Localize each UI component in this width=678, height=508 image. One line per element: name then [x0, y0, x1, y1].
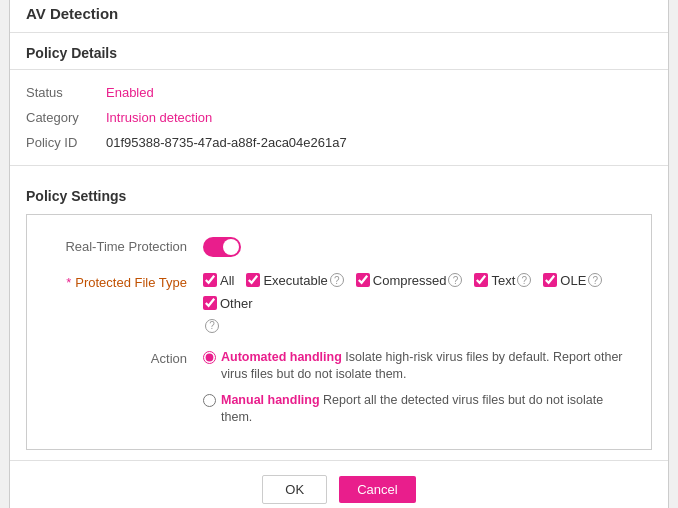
- file-type-label: *Protected File Type: [43, 273, 203, 290]
- radio-manual-text: Manual handling Report all the detected …: [221, 392, 635, 427]
- policy-id-label: Policy ID: [26, 135, 106, 150]
- policy-settings-section: Policy Settings Real-Time Protection *Pr…: [10, 166, 668, 460]
- policy-details-body: Status Enabled Category Intrusion detect…: [10, 70, 668, 166]
- file-type-second-row: ?: [203, 319, 219, 333]
- checkbox-text-input[interactable]: [474, 273, 488, 287]
- radio-automated-text: Automated handling Isolate high-risk vir…: [221, 349, 635, 384]
- real-time-toggle[interactable]: [203, 237, 241, 257]
- checkbox-compressed-input[interactable]: [356, 273, 370, 287]
- checkbox-executable-input[interactable]: [246, 273, 260, 287]
- policy-details-section: Policy Details Status Enabled Category I…: [10, 33, 668, 166]
- policy-settings-title: Policy Settings: [26, 176, 652, 208]
- settings-box: Real-Time Protection *Protected File Typ…: [26, 214, 652, 450]
- checkbox-all-input[interactable]: [203, 273, 217, 287]
- checkbox-compressed-label: Compressed: [373, 273, 447, 288]
- checkbox-other-label: Other: [220, 296, 253, 311]
- category-row: Category Intrusion detection: [26, 105, 652, 130]
- action-content: Automated handling Isolate high-risk vir…: [203, 349, 635, 427]
- required-star: *: [66, 275, 71, 290]
- checkbox-other-input[interactable]: [203, 296, 217, 310]
- real-time-content: [203, 237, 635, 257]
- checkbox-text-label: Text: [491, 273, 515, 288]
- radio-manual: Manual handling Report all the detected …: [203, 392, 635, 427]
- status-label: Status: [26, 85, 106, 100]
- all-help-icon[interactable]: ?: [205, 319, 219, 333]
- action-row: Action Automated handling Isolate high-r…: [43, 341, 635, 435]
- radio-automated-input[interactable]: [203, 351, 216, 364]
- real-time-label: Real-Time Protection: [43, 237, 203, 254]
- executable-help-icon[interactable]: ?: [330, 273, 344, 287]
- policy-id-value: 01f95388-8735-47ad-a88f-2aca04e261a7: [106, 135, 347, 150]
- checkbox-executable-label: Executable: [263, 273, 327, 288]
- checkbox-all-label: All: [220, 273, 234, 288]
- dialog-title: AV Detection: [10, 0, 668, 33]
- checkbox-ole-label: OLE: [560, 273, 586, 288]
- ok-button[interactable]: OK: [262, 475, 327, 504]
- radio-automated-strong: Automated handling: [221, 350, 342, 364]
- status-value: Enabled: [106, 85, 154, 100]
- radio-manual-input[interactable]: [203, 394, 216, 407]
- file-type-row: *Protected File Type All Executable: [43, 265, 635, 341]
- text-help-icon[interactable]: ?: [517, 273, 531, 287]
- checkbox-executable: Executable ?: [246, 273, 343, 288]
- checkbox-text: Text ?: [474, 273, 531, 288]
- checkbox-all: All: [203, 273, 234, 288]
- ole-help-icon[interactable]: ?: [588, 273, 602, 287]
- checkbox-compressed: Compressed ?: [356, 273, 463, 288]
- dialog-footer: OK Cancel: [10, 460, 668, 509]
- cancel-button[interactable]: Cancel: [339, 476, 415, 503]
- av-detection-dialog: AV Detection Policy Details Status Enabl…: [9, 0, 669, 508]
- policy-id-row: Policy ID 01f95388-8735-47ad-a88f-2aca04…: [26, 130, 652, 155]
- action-label: Action: [43, 349, 203, 366]
- radio-manual-strong: Manual handling: [221, 393, 320, 407]
- category-label: Category: [26, 110, 106, 125]
- radio-automated: Automated handling Isolate high-risk vir…: [203, 349, 635, 384]
- toggle-slider: [203, 237, 241, 257]
- file-type-checkboxes: All Executable ? Compressed ?: [203, 273, 635, 315]
- real-time-row: Real-Time Protection: [43, 229, 635, 265]
- checkbox-ole: OLE ?: [543, 273, 602, 288]
- action-radio-group: Automated handling Isolate high-risk vir…: [203, 349, 635, 427]
- file-type-content: All Executable ? Compressed ?: [203, 273, 635, 333]
- status-row: Status Enabled: [26, 80, 652, 105]
- category-value: Intrusion detection: [106, 110, 212, 125]
- compressed-help-icon[interactable]: ?: [448, 273, 462, 287]
- checkbox-other: Other: [203, 296, 253, 311]
- policy-details-title: Policy Details: [10, 33, 668, 70]
- checkbox-ole-input[interactable]: [543, 273, 557, 287]
